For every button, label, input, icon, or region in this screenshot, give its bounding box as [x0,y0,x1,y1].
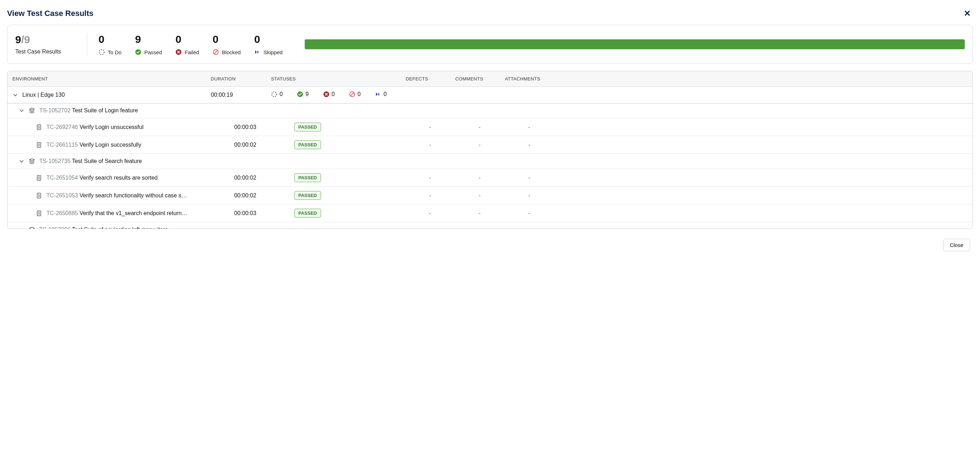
stat-failed: 0 Failed [175,33,199,55]
stat-skipped-label: Skipped [263,49,282,55]
testcase-row[interactable]: TC-2651054 Verify search results are sor… [8,169,972,187]
environment-statuses: 0 9 0 0 0 [271,91,406,99]
tc-name: Verify search functionality without case… [80,192,187,199]
tc-defects: - [429,210,479,216]
col-comments: COMMENTS [455,76,505,81]
stat-skipped-count: 0 [254,33,282,45]
todo-icon [271,91,277,97]
suite-name: Test Suite of Search feature [72,158,142,164]
stat-blocked: 0 Blocked [213,33,240,55]
test-results-modal: View Test Case Results ✕ 9/9 Test Case R… [0,3,980,253]
tc-comments: - [479,124,528,130]
col-duration: DURATION [211,76,271,81]
stat-todo-label: To Do [108,49,121,55]
blocked-icon [213,49,219,55]
stack-icon [29,158,35,164]
env-passed-count: 9 [305,91,309,97]
tc-comments: - [479,142,528,148]
environment-name: Linux | Edge 130 [22,92,65,98]
tc-name: Verify Login unsuccessful [80,124,143,130]
modal-title: View Test Case Results [7,9,94,18]
divider [87,33,87,56]
total-count: 9 [24,33,30,45]
tc-attachments: - [528,124,967,130]
suite-id: TS-1052896 [39,226,70,229]
close-button[interactable]: Close [943,239,970,251]
stack-icon [29,107,35,114]
progress-bar [305,39,965,49]
env-blocked-count: 0 [358,91,361,97]
grid-body[interactable]: Linux | Edge 130 00:00:19 0 9 0 0 0 TS-1… [8,87,972,229]
close-icon[interactable]: ✕ [962,8,973,18]
chevron-down-icon[interactable] [19,227,24,229]
tc-attachments: - [528,175,967,181]
stat-failed-label: Failed [185,49,199,55]
status-badge: PASSED [294,140,321,149]
status-badge: PASSED [294,191,321,200]
testcase-row[interactable]: TC-2650885 Verify that the v1_search end… [8,204,972,222]
chevron-down-icon[interactable] [13,92,18,98]
stat-blocked-label: Blocked [222,49,240,55]
testcase-row[interactable]: TC-2692746 Verify Login unsuccessful 00:… [8,118,972,136]
suite-id: TS-1052702 [39,107,70,113]
stat-failed-count: 0 [175,33,199,45]
tc-comments: - [479,175,528,181]
status-badge: PASSED [294,173,321,182]
stat-todo-count: 0 [99,33,121,45]
summary-totals: 9/9 Test Case Results [15,33,75,55]
chevron-down-icon[interactable] [19,108,24,113]
tc-name: Verify that the v1_search endpoint retur… [80,210,187,216]
col-defects: DEFECTS [406,76,455,81]
tc-attachments: - [528,142,967,148]
environment-row[interactable]: Linux | Edge 130 00:00:19 0 9 0 0 0 [8,87,972,103]
blocked-icon [349,91,355,97]
tc-id: TC-2692746 [46,124,78,130]
suite-name: Test Suite of Login feature [72,107,138,113]
suite-name: Test Suite of navigating left menu item [72,226,168,229]
env-todo-count: 0 [280,91,283,97]
failed-icon [323,91,329,97]
testcase-row[interactable]: TC-2661115 Verify Login successfully 00:… [8,136,972,154]
suite-id: TS-1052735 [39,158,70,164]
tc-duration: 00:00:03 [234,124,294,130]
tc-duration: 00:00:02 [234,192,294,199]
col-statuses: STATUSES [271,76,406,81]
suite-row[interactable]: TS-1052735 Test Suite of Search feature [8,154,972,169]
status-badge: PASSED [294,122,321,132]
tc-id: TC-2650885 [46,210,78,216]
tc-duration: 00:00:02 [234,175,294,181]
tc-defects: - [429,175,479,181]
document-icon [36,142,42,148]
col-environment: ENVIRONMENT [13,76,211,81]
tc-defects: - [429,142,479,148]
suite-row[interactable]: TS-1052702 Test Suite of Login feature [8,103,972,118]
tc-duration: 00:00:03 [234,210,294,216]
stat-group: 0 To Do 9 Passed 0 Failed [99,33,283,55]
todo-icon [99,49,105,55]
tc-id: TC-2651054 [46,175,78,181]
suite-row[interactable]: TS-1052896 Test Suite of navigating left… [8,222,972,229]
tc-id: TC-2661115 [46,142,78,148]
tc-defects: - [429,192,479,199]
skipped-icon [254,49,261,55]
stat-passed-count: 9 [135,33,162,45]
tc-defects: - [429,124,479,130]
tc-name: Verify Login successfully [80,142,141,148]
env-failed-count: 0 [332,91,335,97]
passed-icon [135,49,142,55]
stat-passed: 9 Passed [135,33,162,55]
tc-comments: - [479,210,528,216]
progress-bar-wrap [305,39,965,49]
document-icon [36,210,42,216]
environment-duration: 00:00:19 [211,92,271,98]
tc-duration: 00:00:02 [234,142,294,148]
tc-name: Verify search results are sorted [80,175,158,181]
tc-attachments: - [528,192,967,199]
testcase-row[interactable]: TC-2651053 Verify search functionality w… [8,187,972,204]
modal-header: View Test Case Results ✕ [7,3,973,25]
chevron-down-icon[interactable] [19,158,24,164]
stat-skipped: 0 Skipped [254,33,282,55]
status-badge: PASSED [294,209,321,218]
document-icon [36,175,42,181]
tc-attachments: - [528,210,967,216]
